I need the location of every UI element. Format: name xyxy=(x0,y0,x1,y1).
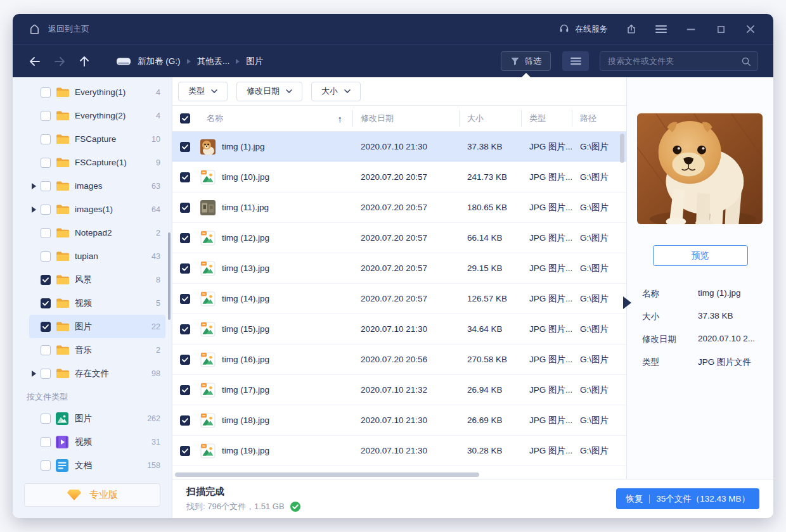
expand-arrow-icon[interactable] xyxy=(32,370,41,377)
header-size[interactable]: 大小 xyxy=(459,110,521,127)
sidebar-type-image[interactable]: 图片262 xyxy=(29,407,165,430)
up-button[interactable] xyxy=(77,54,91,68)
checkbox[interactable] xyxy=(41,134,51,144)
file-row[interactable]: timg (13).jpg2020.07.20 20:5729.15 KBJPG… xyxy=(172,253,626,284)
preview-button[interactable]: 预览 xyxy=(653,245,748,266)
image-file-icon xyxy=(56,413,70,424)
panel-collapse-button[interactable] xyxy=(623,296,631,309)
filter-dropdown-1[interactable]: 修改日期 xyxy=(236,82,302,101)
expand-arrow-icon[interactable] xyxy=(32,206,41,213)
checkbox[interactable] xyxy=(41,205,51,215)
checkbox[interactable] xyxy=(41,369,51,379)
checkbox[interactable] xyxy=(180,172,190,182)
sidebar-item-FSCapture[interactable]: FSCapture10 xyxy=(29,127,165,151)
filter-dropdown-0[interactable]: 类型 xyxy=(178,82,228,101)
checkbox[interactable] xyxy=(180,324,190,334)
minimize-icon[interactable] xyxy=(685,23,697,35)
sidebar-type-doc[interactable]: 文档158 xyxy=(29,453,165,476)
filter-dropdown-2[interactable]: 大小 xyxy=(311,82,361,101)
sidebar-item-Everything(1)[interactable]: Everything(1)4 xyxy=(29,80,165,104)
checkbox[interactable] xyxy=(41,111,51,121)
sidebar-type-video[interactable]: 视频31 xyxy=(29,430,165,453)
checkbox[interactable] xyxy=(41,345,51,355)
sidebar-item-存在文件[interactable]: 存在文件98 xyxy=(29,362,165,385)
breadcrumb-current[interactable]: 图片 xyxy=(246,56,263,67)
header-path[interactable]: 路径 xyxy=(572,110,626,127)
pro-version-button[interactable]: 专业版 xyxy=(24,483,160,507)
file-row[interactable]: timg (1).jpg2020.07.10 21:3037.38 KBJPG … xyxy=(172,132,626,162)
expand-arrow-icon[interactable] xyxy=(32,183,41,189)
checkbox[interactable] xyxy=(180,385,190,395)
sort-ascending-icon[interactable]: ↑ xyxy=(338,113,343,124)
file-name-cell: timg (13).jpg xyxy=(180,261,352,276)
sidebar-item-风景[interactable]: 风景8 xyxy=(29,268,165,291)
file-row[interactable]: timg (11).jpg2020.07.20 20:57180.65 KBJP… xyxy=(172,193,626,223)
search-input[interactable] xyxy=(608,56,741,66)
checkbox[interactable] xyxy=(180,415,190,426)
checkbox[interactable] xyxy=(41,87,51,98)
breadcrumb-folder[interactable]: 其他丢... xyxy=(197,56,230,67)
vertical-scrollbar[interactable] xyxy=(620,134,624,163)
file-row[interactable]: timg (19).jpg2020.07.10 21:3030.28 KBJPG… xyxy=(172,436,626,466)
sidebar-scrollbar[interactable] xyxy=(168,232,171,320)
checkbox[interactable] xyxy=(41,228,51,238)
breadcrumb-drive[interactable]: 新加卷 (G:) xyxy=(138,56,181,67)
file-name: timg (19).jpg xyxy=(222,446,269,455)
select-all-checkbox[interactable] xyxy=(180,113,190,124)
close-icon[interactable] xyxy=(744,23,757,35)
view-menu-button[interactable] xyxy=(562,51,589,71)
sidebar-item-图片[interactable]: 图片22 xyxy=(29,315,165,338)
home-button[interactable]: 返回到主页 xyxy=(28,23,89,35)
share-icon[interactable] xyxy=(625,23,638,35)
file-type: JPG 图片... xyxy=(521,141,572,153)
file-row[interactable]: timg (12).jpg2020.07.20 20:5766.14 KBJPG… xyxy=(172,223,626,253)
maximize-icon[interactable] xyxy=(714,23,727,35)
checkbox[interactable] xyxy=(41,275,51,285)
sidebar-item-tupian[interactable]: tupian43 xyxy=(29,244,165,268)
sidebar-item-images[interactable]: images63 xyxy=(29,174,165,198)
checkbox[interactable] xyxy=(180,446,190,456)
checkbox[interactable] xyxy=(180,233,190,243)
file-row[interactable]: timg (17).jpg2020.07.10 21:3226.94 KBJPG… xyxy=(172,375,626,405)
checkbox[interactable] xyxy=(41,414,51,424)
checkbox[interactable] xyxy=(41,322,51,332)
checkbox[interactable] xyxy=(180,294,190,304)
detail-row: 修改日期2020.07.10 2... xyxy=(642,334,763,345)
search-icon[interactable] xyxy=(741,56,751,66)
sidebar-item-Everything(2)[interactable]: Everything(2)4 xyxy=(29,104,165,127)
header-date[interactable]: 修改日期 xyxy=(352,110,459,127)
sidebar-item-视频[interactable]: 视频5 xyxy=(29,291,165,315)
checkbox[interactable] xyxy=(41,298,51,308)
checkbox[interactable] xyxy=(41,251,51,262)
checkbox[interactable] xyxy=(180,355,190,365)
horizontal-scrollbar[interactable] xyxy=(172,471,626,479)
checkbox[interactable] xyxy=(41,181,51,191)
checkbox[interactable] xyxy=(180,203,190,213)
recover-button[interactable]: 恢复 35个文件（132.43 MB） xyxy=(616,488,759,509)
back-button[interactable] xyxy=(28,54,42,68)
checkbox[interactable] xyxy=(41,460,51,471)
header-name[interactable]: 名称 xyxy=(207,113,223,124)
filter-button[interactable]: 筛选 xyxy=(501,51,551,71)
file-row[interactable]: timg (15).jpg2020.07.10 21:3034.64 KBJPG… xyxy=(172,314,626,345)
sidebar-item-FSCapture(1)[interactable]: FSCapture(1)9 xyxy=(29,151,165,174)
checkbox[interactable] xyxy=(41,158,51,168)
file-row[interactable]: timg (18).jpg2020.07.10 21:3026.69 KBJPG… xyxy=(172,405,626,436)
menu-icon[interactable] xyxy=(655,23,667,35)
detail-value: JPG 图片文件 xyxy=(698,357,751,368)
forward-button[interactable] xyxy=(53,54,67,68)
checkbox[interactable] xyxy=(41,437,51,447)
checkbox[interactable] xyxy=(180,263,190,274)
file-row[interactable]: timg (10).jpg2020.07.20 20:57241.73 KBJP… xyxy=(172,162,626,193)
file-row[interactable]: timg (16).jpg2020.07.20 20:56270.58 KBJP… xyxy=(172,345,626,375)
sidebar-item-Notepad2[interactable]: Notepad22 xyxy=(29,221,165,244)
file-path: G:\图片 xyxy=(572,202,626,213)
header-type[interactable]: 类型 xyxy=(521,110,572,127)
sidebar-item-images(1)[interactable]: images(1)64 xyxy=(29,198,165,221)
checkbox[interactable] xyxy=(180,142,190,152)
sidebar-item-label: tupian xyxy=(75,251,148,261)
pro-version-label: 专业版 xyxy=(89,489,118,501)
file-row[interactable]: timg (14).jpg2020.07.20 20:57126.57 KBJP… xyxy=(172,284,626,314)
sidebar-item-音乐[interactable]: 音乐2 xyxy=(29,338,165,362)
online-service-button[interactable]: 在线服务 xyxy=(558,23,608,36)
